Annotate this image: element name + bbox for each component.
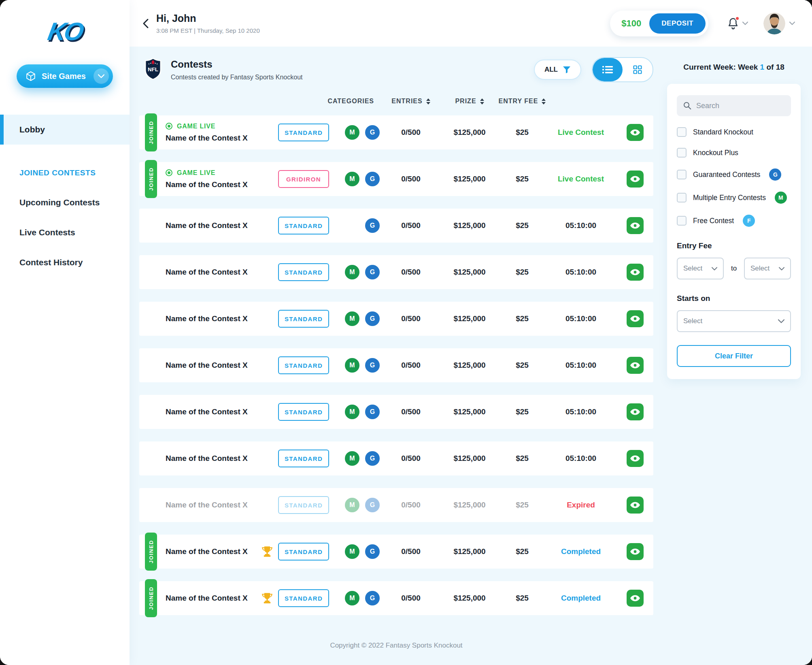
category-badges: MG (340, 358, 385, 373)
checkbox-label: Free Contest (693, 217, 734, 225)
view-contest-button[interactable] (619, 310, 644, 327)
game-live-indicator: GAME LIVE (166, 123, 267, 130)
column-prize-sort[interactable]: PRIZE (437, 98, 502, 105)
category-badges: MG (340, 498, 385, 512)
sidebar-item-contest-history[interactable]: Contest History (0, 247, 130, 277)
current-week-label: Current Week: Week 1 of 18 (667, 63, 801, 72)
view-contest-button[interactable] (619, 124, 644, 141)
filter-checkbox-multiple-entry-contests[interactable]: Multiple Entry ContestsM (677, 192, 791, 204)
category-g-icon: G (365, 125, 380, 140)
sidebar-item-upcoming-contests[interactable]: Upcoming Contests (0, 188, 130, 217)
contest-name-block: Name of the Contest X (166, 407, 267, 416)
contests-panel: NFL Contests Contests created by Fantasy… (139, 47, 653, 665)
deposit-button[interactable]: DEPOSIT (649, 13, 706, 34)
prize-value: $125,000 (437, 268, 502, 277)
checkbox-label: Knockout Plus (693, 149, 738, 157)
contest-row: Name of the Contest XSTANDARDMG0/500$125… (139, 302, 653, 336)
greeting-title: Hi, John (156, 13, 260, 24)
search-input[interactable] (696, 102, 784, 110)
sidebar-item-live-contests[interactable]: Live Contests (0, 217, 130, 247)
checkbox[interactable] (677, 193, 687, 202)
starts-on-select[interactable]: Select (677, 310, 791, 332)
greeting-datetime: 3:08 PM EST | Thursday, Sep 10 2020 (156, 27, 260, 34)
category-m-icon: M (345, 544, 359, 559)
view-contest-button[interactable] (619, 450, 644, 467)
entry-fee-min-select[interactable]: Select (677, 258, 724, 279)
category-badges: MG (340, 451, 385, 466)
entry-fee-value: $25 (502, 454, 542, 463)
joined-tag: JOINED (145, 113, 157, 151)
prize-value: $125,000 (437, 314, 502, 323)
contest-row: Name of the Contest XSTANDARDMG0/500$125… (139, 255, 653, 289)
filter-checkbox-standard-knockout[interactable]: Standard Knockout (677, 127, 791, 137)
view-contest-button[interactable] (619, 497, 644, 514)
entry-fee-max-select[interactable]: Select (744, 258, 791, 279)
entry-fee-value: $25 (502, 221, 542, 230)
contests-header: NFL Contests Contests created by Fantasy… (139, 57, 653, 82)
user-menu[interactable] (763, 13, 795, 34)
entries-value: 0/500 (385, 128, 437, 137)
sidebar: KO Site Games LobbyJOINED CONTESTSUpcomi… (0, 0, 130, 665)
trophy-icon (261, 593, 273, 603)
checkbox[interactable] (677, 148, 687, 158)
column-entry-fee-sort[interactable]: ENTRY FEE (502, 98, 542, 105)
grid-view-button[interactable] (623, 58, 653, 81)
contest-type-col: STANDARD (267, 403, 340, 421)
funnel-icon (563, 66, 571, 74)
view-contest-button[interactable] (619, 264, 644, 281)
view-contest-button[interactable] (619, 357, 644, 374)
game-live-label: GAME LIVE (177, 123, 215, 130)
column-categories: CATEGORIES (267, 98, 385, 105)
contest-name: Name of the Contest X (166, 180, 267, 189)
view-contest-button[interactable] (619, 403, 644, 420)
notification-dot (735, 16, 740, 21)
contest-type-badge: GRIDIRON (278, 170, 329, 188)
view-contest-button[interactable] (619, 590, 644, 607)
column-entries-sort[interactable]: ENTRIES (385, 98, 437, 105)
contest-type-badge: STANDARD (278, 124, 329, 141)
entries-value: 0/500 (385, 221, 437, 230)
category-m-icon: M (345, 311, 359, 326)
site-games-label: Site Games (42, 72, 86, 81)
entries-value: 0/500 (385, 547, 437, 556)
contest-name-block: Name of the Contest X (166, 547, 267, 556)
trophy-icon (261, 546, 273, 557)
checkbox[interactable] (677, 216, 687, 226)
contest-status: Completed (542, 594, 619, 603)
game-live-indicator: GAME LIVE (166, 169, 267, 177)
contest-type-badge: STANDARD (278, 356, 329, 374)
chevron-down-icon (94, 68, 109, 84)
category-badges: MG (340, 591, 385, 605)
filter-checkbox-guaranteed-contests[interactable]: Guaranteed ContestsG (677, 168, 791, 181)
contest-name: Name of the Contest X (166, 547, 267, 556)
entry-fee-heading: Entry Fee (677, 241, 791, 250)
site-games-button[interactable]: Site Games (17, 64, 113, 88)
contest-name: Name of the Contest X (166, 594, 267, 603)
view-contest-button[interactable] (619, 217, 644, 234)
checkbox[interactable] (677, 170, 687, 179)
list-view-button[interactable] (593, 58, 623, 81)
category-g-icon: G (365, 451, 380, 466)
topbar: Hi, John 3:08 PM EST | Thursday, Sep 10 … (130, 0, 812, 47)
clear-filter-button[interactable]: Clear Filter (677, 345, 791, 367)
contest-name: Name of the Contest X (166, 407, 267, 416)
live-dot-icon (166, 169, 172, 176)
sidebar-item-joined-contests[interactable]: JOINED CONTESTS (0, 158, 130, 188)
back-button[interactable] (142, 18, 149, 29)
contest-row: JOINEDGAME LIVEName of the Contest XGRID… (139, 162, 653, 196)
contest-type-col: STANDARD (267, 356, 340, 374)
checkbox[interactable] (677, 127, 687, 137)
contest-row: JOINEDName of the Contest XSTANDARDMG0/5… (139, 535, 653, 569)
notifications-button[interactable] (727, 17, 748, 30)
sidebar-item-lobby[interactable]: Lobby (0, 115, 130, 145)
view-contest-button[interactable] (619, 171, 644, 188)
joined-tag-label: JOINED (148, 540, 154, 563)
filter-checkbox-knockout-plus[interactable]: Knockout Plus (677, 148, 791, 158)
filter-checkbox-free-contest[interactable]: Free ContestF (677, 215, 791, 227)
contest-status: Expired (542, 501, 619, 509)
view-contest-button[interactable] (619, 543, 644, 560)
prize-value: $125,000 (437, 547, 502, 556)
category-g-icon: G (365, 591, 380, 605)
content: NFL Contests Contests created by Fantasy… (130, 47, 812, 665)
all-filter-button[interactable]: ALL (534, 60, 581, 80)
